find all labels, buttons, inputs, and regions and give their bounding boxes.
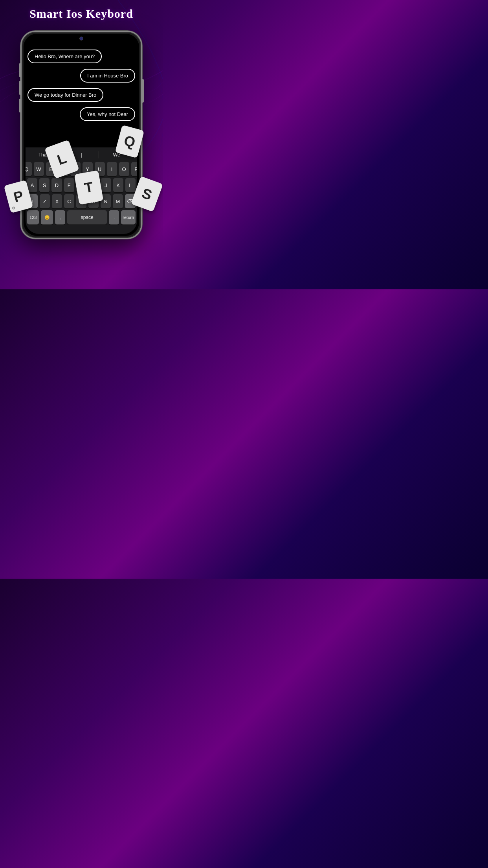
message-3: We go today for Dinner Bro: [28, 88, 103, 102]
key-123[interactable]: 123: [27, 210, 39, 224]
card-letter-p: P: [12, 188, 25, 206]
key-emoji[interactable]: 😊: [41, 210, 53, 224]
key-space[interactable]: space: [67, 210, 107, 224]
key-period[interactable]: .: [109, 210, 119, 224]
gear-icon: ⚙: [11, 206, 16, 211]
keyboard-row-4: 123 😊 , space . return: [27, 210, 136, 224]
card-letter-q: Q: [122, 132, 137, 151]
message-4: Yes, why not Dear: [80, 107, 135, 121]
key-c[interactable]: C: [64, 194, 74, 208]
key-d[interactable]: D: [51, 178, 62, 192]
key-x[interactable]: X: [52, 194, 62, 208]
key-z[interactable]: Z: [40, 194, 50, 208]
floating-card-t: T: [74, 170, 104, 205]
front-camera: [79, 37, 83, 40]
key-m[interactable]: M: [113, 194, 123, 208]
key-q[interactable]: Q: [26, 162, 32, 176]
key-k[interactable]: K: [113, 178, 123, 192]
key-j[interactable]: J: [101, 178, 111, 192]
key-l[interactable]: L: [125, 178, 136, 192]
card-letter-l: L: [55, 150, 69, 169]
key-w[interactable]: W: [34, 162, 44, 176]
message-1: Hello Bro, Where are you?: [28, 50, 102, 63]
key-i[interactable]: I: [107, 162, 117, 176]
app-title: Smart Ios Keybord: [0, 7, 163, 20]
card-letter-t: T: [83, 178, 95, 196]
key-a[interactable]: A: [27, 178, 37, 192]
key-f[interactable]: F: [64, 178, 74, 192]
key-comma[interactable]: ,: [55, 210, 65, 224]
message-2: I am in House Bro: [80, 69, 135, 83]
key-p[interactable]: P: [131, 162, 138, 176]
card-letter-s: S: [140, 185, 154, 204]
key-return[interactable]: return: [121, 210, 136, 224]
key-s[interactable]: S: [39, 178, 50, 192]
key-o[interactable]: O: [119, 162, 129, 176]
